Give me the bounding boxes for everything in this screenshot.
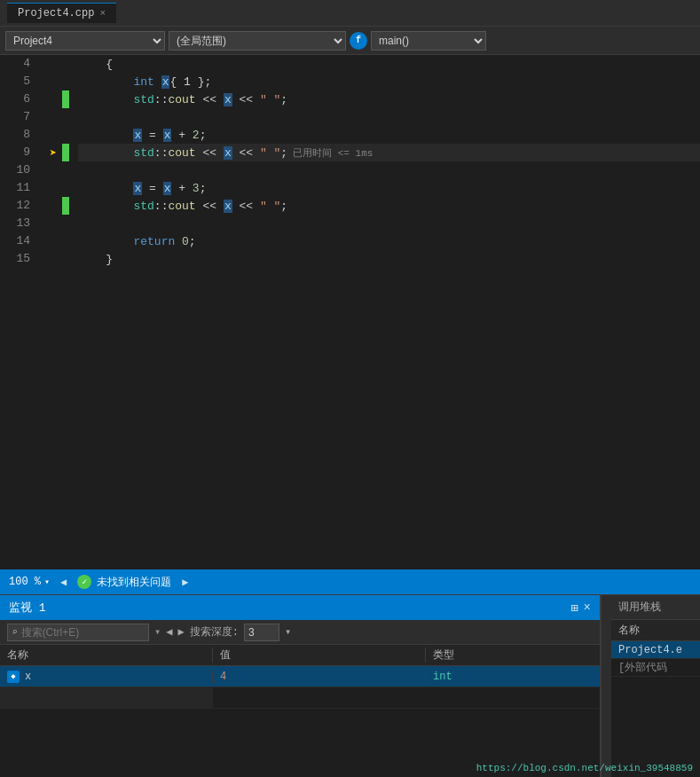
ind-4 — [44, 55, 62, 73]
watch-cell-type-x: int — [426, 671, 600, 683]
footer-url[interactable]: https://blog.csdn.net/weixin_39548859 — [476, 763, 693, 773]
bp-14 — [62, 232, 69, 250]
depth-input[interactable] — [244, 624, 279, 641]
callstack-panel: 调用堆栈 名称 Project4.e [外部代码 — [611, 595, 700, 777]
scroll-left-btn[interactable]: ◀ — [60, 576, 67, 589]
ind-5 — [44, 73, 62, 90]
bp-13 — [62, 215, 69, 232]
function-selector[interactable]: main() — [371, 31, 486, 51]
line-num-13: 13 — [0, 215, 37, 232]
code-line-15: } — [78, 250, 700, 268]
status-bar: 100 % ▾ ◀ ✓ 未找到相关问题 ▶ — [0, 569, 700, 594]
bp-10 — [62, 161, 69, 179]
code-line-12: std :: cout << x << " " ; — [78, 197, 700, 215]
nav-prev-btn[interactable]: ◀ — [166, 625, 172, 639]
line-num-6: 6 — [0, 90, 37, 108]
callstack-item-1[interactable]: [外部代码 — [611, 659, 700, 677]
bp-9[interactable] — [62, 144, 69, 161]
ind-10 — [44, 161, 62, 179]
watch-col-header: 名称 值 类型 — [0, 645, 600, 666]
watch-panel-title: 监视 1 — [9, 600, 565, 616]
zoom-level: 100 % — [9, 576, 41, 588]
ind-6 — [44, 90, 62, 108]
bp-12[interactable] — [62, 197, 69, 215]
bp-4 — [62, 55, 69, 73]
new-watch-input[interactable] — [0, 687, 212, 708]
callstack-items: Project4.e [外部代码 — [611, 641, 700, 777]
callstack-header: 调用堆栈 — [611, 595, 700, 620]
code-line-10 — [78, 161, 700, 179]
line-num-10: 10 — [0, 161, 37, 179]
bp-8 — [62, 126, 69, 144]
col-header-type: 类型 — [426, 648, 600, 663]
scope-selector[interactable]: (全局范围) — [169, 31, 346, 51]
watch-search-box[interactable]: ⌕ — [7, 624, 149, 641]
line-num-12: 12 — [0, 197, 37, 215]
editor-area: 4 5 6 7 8 9 10 11 12 13 14 15 ➤ — [0, 55, 700, 569]
callstack-col-header: 名称 — [611, 620, 700, 641]
watch-cell-name-x: ◆ x — [0, 671, 213, 683]
tab-filename: Project4.cpp — [18, 7, 94, 20]
line-num-9: 9 — [0, 144, 37, 161]
watch-empty-row[interactable] — [0, 687, 600, 709]
col-header-value: 值 — [213, 648, 426, 663]
code-line-11: x = x + 3 ; — [78, 179, 700, 197]
watch-empty-name[interactable] — [0, 687, 213, 708]
line-num-14: 14 — [0, 232, 37, 250]
code-display[interactable]: { int x { 1 }; std :: cout << x << " " ; — [69, 55, 700, 569]
watch-pin-icon[interactable]: ⊞ — [570, 600, 578, 616]
var-icon-x: ◆ — [7, 671, 20, 683]
scroll-right-btn[interactable]: ▶ — [182, 576, 188, 589]
watch-scrollbar[interactable] — [601, 595, 611, 777]
watch-table: 名称 值 类型 ◆ x 4 int — [0, 645, 600, 777]
depth-dropdown-icon[interactable]: ▾ — [285, 625, 291, 639]
watch-cell-value-x: 4 — [213, 671, 426, 683]
callstack-title: 调用堆栈 — [618, 600, 661, 615]
bottom-panels: 监视 1 ⊞ × ⌕ ▾ ◀ ▶ 搜索深度: ▾ 名称 值 类型 — [0, 594, 700, 777]
line-num-11: 11 — [0, 179, 37, 197]
line-num-15: 15 — [0, 250, 37, 268]
code-line-13 — [78, 215, 700, 232]
code-line-7 — [78, 108, 700, 126]
ind-7 — [44, 108, 62, 126]
line-num-8: 8 — [0, 126, 37, 144]
status-ok-icon: ✓ — [77, 575, 91, 589]
bp-5 — [62, 73, 69, 90]
watch-close-icon[interactable]: × — [584, 600, 591, 615]
var-name-x: x — [25, 671, 31, 683]
tab-close-button[interactable]: × — [99, 8, 106, 19]
search-options-icon[interactable]: ▾ — [154, 625, 161, 639]
bp-6[interactable] — [62, 90, 69, 108]
code-line-4: { — [78, 55, 700, 73]
timing-hint: 已用时间 <= 1ms — [293, 146, 373, 160]
editor-toolbar: Project4 (全局范围) f main() — [0, 27, 700, 55]
watch-row-x[interactable]: ◆ x 4 int — [0, 666, 600, 687]
code-line-9: std :: cout << x << " " ; 已用时间 <= 1ms — [78, 144, 700, 161]
line-num-4: 4 — [0, 55, 37, 73]
zoom-control[interactable]: 100 % ▾ — [9, 576, 50, 588]
ind-13 — [44, 215, 62, 232]
editor-tab[interactable]: Project4.cpp × — [7, 3, 116, 23]
watch-search-icon: ⌕ — [12, 626, 18, 638]
bp-15 — [62, 250, 69, 268]
title-bar: Project4.cpp × — [0, 0, 700, 27]
code-line-5: int x { 1 }; — [78, 73, 700, 90]
zoom-dropdown-icon[interactable]: ▾ — [44, 577, 50, 587]
ind-14 — [44, 232, 62, 250]
func-type-icon: f — [350, 32, 367, 50]
bp-7 — [62, 108, 69, 126]
ind-15 — [44, 250, 62, 268]
project-selector[interactable]: Project4 — [5, 31, 165, 51]
code-line-14: return 0 ; — [78, 232, 700, 250]
line-num-5: 5 — [0, 73, 37, 90]
bp-11 — [62, 179, 69, 197]
watch-search-input[interactable] — [21, 626, 128, 639]
ind-11 — [44, 179, 62, 197]
ind-8 — [44, 126, 62, 144]
callstack-item-0[interactable]: Project4.e — [611, 641, 700, 659]
nav-next-btn[interactable]: ▶ — [177, 625, 184, 639]
status-text: 未找到相关问题 — [97, 575, 171, 590]
code-line-8: x = x + 2 ; — [78, 126, 700, 144]
current-line-arrow: ➤ — [50, 145, 57, 161]
watch-header-icons: ⊞ × — [570, 600, 591, 616]
